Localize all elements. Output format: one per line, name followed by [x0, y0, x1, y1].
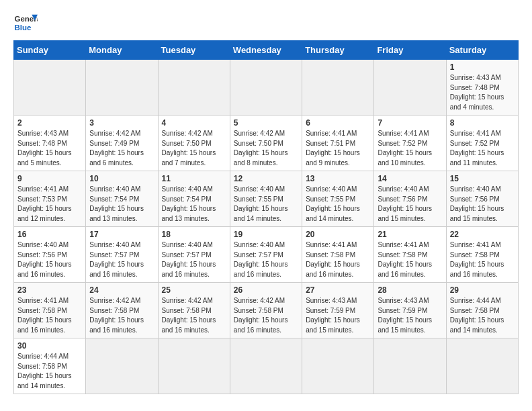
calendar-cell [14, 60, 86, 116]
calendar-cell: 20Sunrise: 4:41 AM Sunset: 7:58 PM Dayli… [302, 227, 374, 283]
day-number: 4 [162, 118, 226, 128]
day-number: 30 [17, 341, 82, 351]
calendar-cell [158, 60, 230, 116]
day-number: 1 [450, 62, 515, 72]
day-info: Sunrise: 4:41 AM Sunset: 7:52 PM Dayligh… [378, 129, 442, 168]
weekday-header-monday: Monday [86, 41, 158, 60]
day-number: 26 [234, 285, 298, 295]
day-info: Sunrise: 4:43 AM Sunset: 7:59 PM Dayligh… [378, 296, 442, 335]
day-info: Sunrise: 4:40 AM Sunset: 7:56 PM Dayligh… [378, 185, 442, 224]
day-number: 25 [162, 285, 226, 295]
page-header: General Blue [13, 11, 519, 35]
weekday-header-thursday: Thursday [302, 41, 374, 60]
svg-text:Blue: Blue [14, 24, 32, 32]
day-info: Sunrise: 4:42 AM Sunset: 7:58 PM Dayligh… [162, 296, 226, 335]
day-number: 2 [17, 118, 82, 128]
day-info: Sunrise: 4:41 AM Sunset: 7:58 PM Dayligh… [450, 240, 515, 279]
day-info: Sunrise: 4:42 AM Sunset: 7:58 PM Dayligh… [89, 296, 154, 335]
calendar-cell: 16Sunrise: 4:40 AM Sunset: 7:56 PM Dayli… [14, 227, 86, 283]
day-number: 10 [89, 174, 154, 183]
day-number: 20 [306, 230, 370, 239]
calendar-cell [86, 60, 158, 116]
calendar-cell [230, 60, 302, 116]
day-number: 7 [378, 118, 442, 128]
weekday-header-saturday: Saturday [446, 41, 518, 60]
calendar-cell: 1Sunrise: 4:43 AM Sunset: 7:48 PM Daylig… [446, 60, 518, 116]
day-info: Sunrise: 4:40 AM Sunset: 7:57 PM Dayligh… [162, 240, 226, 279]
logo: General Blue [13, 11, 38, 35]
day-info: Sunrise: 4:41 AM Sunset: 7:58 PM Dayligh… [306, 240, 370, 279]
weekday-header-friday: Friday [374, 41, 446, 60]
calendar-cell: 18Sunrise: 4:40 AM Sunset: 7:57 PM Dayli… [158, 227, 230, 283]
calendar-cell: 13Sunrise: 4:40 AM Sunset: 7:55 PM Dayli… [302, 171, 374, 227]
day-number: 28 [378, 285, 442, 295]
calendar-cell: 19Sunrise: 4:40 AM Sunset: 7:57 PM Dayli… [230, 227, 302, 283]
calendar-cell [302, 338, 374, 394]
day-number: 21 [378, 230, 442, 239]
calendar-cell: 11Sunrise: 4:40 AM Sunset: 7:54 PM Dayli… [158, 171, 230, 227]
calendar-header: SundayMondayTuesdayWednesdayThursdayFrid… [14, 41, 519, 60]
calendar-cell [86, 338, 158, 394]
calendar-cell: 22Sunrise: 4:41 AM Sunset: 7:58 PM Dayli… [446, 227, 518, 283]
calendar-table: SundayMondayTuesdayWednesdayThursdayFrid… [13, 40, 519, 394]
day-number: 16 [17, 230, 82, 239]
calendar-cell [302, 60, 374, 116]
day-info: Sunrise: 4:42 AM Sunset: 7:49 PM Dayligh… [89, 129, 154, 168]
calendar-cell: 14Sunrise: 4:40 AM Sunset: 7:56 PM Dayli… [374, 171, 446, 227]
day-number: 19 [234, 230, 298, 239]
day-number: 23 [17, 285, 82, 295]
day-info: Sunrise: 4:41 AM Sunset: 7:58 PM Dayligh… [17, 296, 82, 335]
calendar-cell: 24Sunrise: 4:42 AM Sunset: 7:58 PM Dayli… [86, 283, 158, 338]
calendar-cell: 21Sunrise: 4:41 AM Sunset: 7:58 PM Dayli… [374, 227, 446, 283]
calendar-cell [158, 338, 230, 394]
calendar-cell: 7Sunrise: 4:41 AM Sunset: 7:52 PM Daylig… [374, 116, 446, 171]
day-number: 3 [89, 118, 154, 128]
logo-icon: General Blue [13, 11, 38, 35]
calendar-cell: 30Sunrise: 4:44 AM Sunset: 7:58 PM Dayli… [14, 338, 86, 394]
day-info: Sunrise: 4:43 AM Sunset: 7:48 PM Dayligh… [17, 129, 82, 168]
calendar-cell: 12Sunrise: 4:40 AM Sunset: 7:55 PM Dayli… [230, 171, 302, 227]
weekday-header-sunday: Sunday [14, 41, 86, 60]
calendar-cell: 25Sunrise: 4:42 AM Sunset: 7:58 PM Dayli… [158, 283, 230, 338]
calendar-cell: 9Sunrise: 4:41 AM Sunset: 7:53 PM Daylig… [14, 171, 86, 227]
day-info: Sunrise: 4:43 AM Sunset: 7:59 PM Dayligh… [306, 296, 370, 335]
day-info: Sunrise: 4:40 AM Sunset: 7:56 PM Dayligh… [17, 240, 82, 279]
calendar-cell: 4Sunrise: 4:42 AM Sunset: 7:50 PM Daylig… [158, 116, 230, 171]
calendar-cell [374, 338, 446, 394]
calendar-cell [230, 338, 302, 394]
day-number: 22 [450, 230, 515, 239]
calendar-cell: 29Sunrise: 4:44 AM Sunset: 7:58 PM Dayli… [446, 283, 518, 338]
day-info: Sunrise: 4:40 AM Sunset: 7:54 PM Dayligh… [162, 185, 226, 224]
calendar-cell: 3Sunrise: 4:42 AM Sunset: 7:49 PM Daylig… [86, 116, 158, 171]
day-number: 5 [234, 118, 298, 128]
day-number: 24 [89, 285, 154, 295]
day-info: Sunrise: 4:42 AM Sunset: 7:50 PM Dayligh… [234, 129, 298, 168]
weekday-header-tuesday: Tuesday [158, 41, 230, 60]
day-info: Sunrise: 4:40 AM Sunset: 7:57 PM Dayligh… [234, 240, 298, 279]
day-number: 6 [306, 118, 370, 128]
day-info: Sunrise: 4:43 AM Sunset: 7:48 PM Dayligh… [450, 73, 515, 112]
calendar-cell: 27Sunrise: 4:43 AM Sunset: 7:59 PM Dayli… [302, 283, 374, 338]
day-info: Sunrise: 4:40 AM Sunset: 7:55 PM Dayligh… [306, 185, 370, 224]
day-info: Sunrise: 4:41 AM Sunset: 7:53 PM Dayligh… [17, 185, 82, 224]
calendar-cell: 5Sunrise: 4:42 AM Sunset: 7:50 PM Daylig… [230, 116, 302, 171]
day-number: 9 [17, 174, 82, 183]
calendar-cell: 26Sunrise: 4:42 AM Sunset: 7:58 PM Dayli… [230, 283, 302, 338]
day-info: Sunrise: 4:41 AM Sunset: 7:52 PM Dayligh… [450, 129, 515, 168]
day-number: 8 [450, 118, 515, 128]
calendar-cell: 2Sunrise: 4:43 AM Sunset: 7:48 PM Daylig… [14, 116, 86, 171]
day-info: Sunrise: 4:40 AM Sunset: 7:57 PM Dayligh… [89, 240, 154, 279]
day-info: Sunrise: 4:40 AM Sunset: 7:56 PM Dayligh… [450, 185, 515, 224]
day-info: Sunrise: 4:44 AM Sunset: 7:58 PM Dayligh… [450, 296, 515, 335]
day-info: Sunrise: 4:40 AM Sunset: 7:55 PM Dayligh… [234, 185, 298, 224]
day-number: 12 [234, 174, 298, 183]
day-info: Sunrise: 4:41 AM Sunset: 7:58 PM Dayligh… [378, 240, 442, 279]
calendar-cell [374, 60, 446, 116]
day-number: 17 [89, 230, 154, 239]
day-number: 15 [450, 174, 515, 183]
day-info: Sunrise: 4:42 AM Sunset: 7:50 PM Dayligh… [162, 129, 226, 168]
day-number: 13 [306, 174, 370, 183]
day-info: Sunrise: 4:42 AM Sunset: 7:58 PM Dayligh… [234, 296, 298, 335]
day-info: Sunrise: 4:40 AM Sunset: 7:54 PM Dayligh… [89, 185, 154, 224]
day-number: 14 [378, 174, 442, 183]
